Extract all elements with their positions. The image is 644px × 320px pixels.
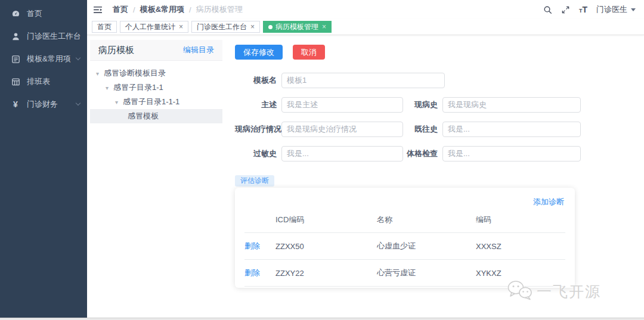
form-actions: 保存修改 取消 <box>235 45 644 60</box>
tab-template-management[interactable]: 病历模板管理 × <box>263 21 332 33</box>
sidebar-item-doctor-workbench[interactable]: 门诊医生工作台 <box>0 25 87 48</box>
template-tree: ▾ 感冒诊断模板目录 ▾ 感冒子目录1-1 ▾ 感冒子目录1-1-1 感冒模板 <box>90 61 222 123</box>
yuan-icon: ¥ <box>11 100 20 109</box>
present-illness-input[interactable] <box>442 97 581 113</box>
form-row: 主述 现病史 <box>235 97 644 113</box>
tree-node[interactable]: ▾ 感冒诊断模板目录 <box>90 66 222 80</box>
diagnosis-table: ICD编码 名称 编码 删除 ZZXX50 心虚血少证 XXXSZ <box>244 210 565 287</box>
sidebar-item-label: 模板&常用项 <box>27 54 71 64</box>
breadcrumb-templates[interactable]: 模板&常用项 <box>140 4 184 15</box>
delete-link[interactable]: 删除 <box>244 241 260 250</box>
tab-label: 个人工作量统计 <box>125 22 175 32</box>
tags-bar: 首页 个人工作量统计 × 门诊医生工作台 × 病历模板管理 × <box>87 19 644 35</box>
allergy-history-label: 过敏史 <box>235 148 277 159</box>
cancel-button[interactable]: 取消 <box>293 45 325 60</box>
cell-name: 心虚血少证 <box>377 233 476 260</box>
schedule-table-icon <box>11 77 20 86</box>
tab-label: 门诊医生工作台 <box>197 22 247 32</box>
main-area: 首页 / 模板&常用项 / 病历模板管理 TT 门诊医生 <box>87 0 644 320</box>
sidebar-item-home[interactable]: 首页 <box>0 2 87 25</box>
sidebar: 首页 门诊医生工作台 模板&常用项 排班表 ¥ 门诊财务 <box>0 0 87 320</box>
delete-link[interactable]: 删除 <box>244 268 260 277</box>
tree-panel-header: 病历模板 编辑目录 <box>90 40 222 61</box>
topbar: 首页 / 模板&常用项 / 病历模板管理 TT 门诊医生 <box>87 0 644 19</box>
column-code: 编码 <box>476 210 565 233</box>
tree-node-label: 感冒模板 <box>128 111 159 122</box>
chevron-down-icon <box>76 55 80 60</box>
table-header-row: ICD编码 名称 编码 <box>244 210 565 233</box>
tree-caret-icon[interactable]: ▾ <box>115 99 120 105</box>
sidebar-item-schedule[interactable]: 排班表 <box>0 70 87 93</box>
add-link-row: 添加诊断 <box>244 196 565 207</box>
caret-down-icon <box>631 8 636 11</box>
tree-node[interactable]: ▾ 感冒子目录1-1-1 <box>90 95 222 109</box>
cell-icd: ZZXY22 <box>275 260 377 287</box>
tab-label: 病历模板管理 <box>275 22 318 32</box>
close-icon[interactable]: × <box>322 23 326 30</box>
cell-name: 心营亏虚证 <box>377 260 476 287</box>
fullscreen-icon[interactable] <box>561 5 570 14</box>
user-dropdown[interactable]: 门诊医生 <box>596 4 636 15</box>
breadcrumb: 首页 / 模板&常用项 / 病历模板管理 <box>113 4 243 15</box>
user-icon <box>11 32 20 41</box>
tab-personal-workload[interactable]: 个人工作量统计 × <box>120 21 188 33</box>
active-dot <box>268 25 273 29</box>
template-name-label: 模板名 <box>235 75 277 86</box>
sidebar-item-templates[interactable]: 模板&常用项 <box>0 48 87 70</box>
present-illness-label: 现病史 <box>404 100 438 110</box>
horizontal-scrollbar[interactable] <box>0 318 644 320</box>
sidebar-item-finance[interactable]: ¥ 门诊财务 <box>0 93 87 116</box>
user-name: 门诊医生 <box>596 4 627 15</box>
sidebar-item-label: 门诊财务 <box>27 99 58 110</box>
edit-directory-link[interactable]: 编辑目录 <box>183 45 214 55</box>
treatment-status-input[interactable] <box>281 122 403 137</box>
breadcrumb-home[interactable]: 首页 <box>113 4 128 15</box>
template-form: 保存修改 取消 模板名 主述 现病史 现病治疗情况 既往史 <box>235 35 644 288</box>
app-window: 首页 门诊医生工作台 模板&常用项 排班表 ¥ 门诊财务 <box>0 0 644 320</box>
content: 病历模板 编辑目录 ▾ 感冒诊断模板目录 ▾ 感冒子目录1-1 ▾ 感冒子目录1… <box>87 35 644 318</box>
tree-node-label: 感冒子目录1-1-1 <box>123 97 179 107</box>
tab-doctor-workbench[interactable]: 门诊医生工作台 × <box>191 21 260 33</box>
cell-icd: ZZXX50 <box>275 233 377 260</box>
tree-caret-icon[interactable]: ▾ <box>96 70 101 77</box>
tree-caret-icon[interactable]: ▾ <box>106 85 110 91</box>
close-icon[interactable]: × <box>179 23 183 30</box>
column-icd-code: ICD编码 <box>275 210 377 233</box>
tab-label: 首页 <box>97 22 112 32</box>
dashboard-icon <box>11 9 20 18</box>
font-size-icon[interactable]: TT <box>579 5 587 14</box>
collapse-sidebar-icon[interactable] <box>93 5 103 14</box>
form-row: 现病治疗情况 既往史 <box>235 122 644 137</box>
sidebar-item-label: 门诊医生工作台 <box>27 31 81 42</box>
template-name-input[interactable] <box>281 73 445 88</box>
add-diagnosis-link[interactable]: 添加诊断 <box>533 197 564 206</box>
watermark: 一飞开源 <box>507 279 601 303</box>
tab-assessment-diagnosis[interactable]: 评估诊断 <box>235 175 274 187</box>
column-name: 名称 <box>377 210 476 233</box>
tree-node-label: 感冒子目录1-1 <box>113 82 163 93</box>
table-row: 删除 ZZXX50 心虚血少证 XXXSZ <box>244 233 565 260</box>
breadcrumb-separator: / <box>133 5 135 14</box>
past-history-input[interactable] <box>442 122 581 137</box>
close-icon[interactable]: × <box>250 23 255 30</box>
save-button[interactable]: 保存修改 <box>235 45 283 60</box>
past-history-label: 既往史 <box>404 124 438 135</box>
tree-node[interactable]: ▾ 感冒子目录1-1 <box>90 80 222 95</box>
tab-home[interactable]: 首页 <box>92 21 117 33</box>
tree-node-label: 感冒诊断模板目录 <box>104 68 166 79</box>
physical-exam-label: 体格检查 <box>404 148 438 159</box>
search-icon[interactable] <box>543 5 552 14</box>
chief-complaint-input[interactable] <box>281 97 403 113</box>
tree-node-selected[interactable]: 感冒模板 <box>90 109 222 123</box>
panel-title: 病历模板 <box>98 45 134 56</box>
column-action <box>244 210 275 233</box>
sidebar-item-label: 首页 <box>27 8 42 19</box>
template-list-icon <box>11 54 20 64</box>
form-row: 模板名 <box>235 73 644 88</box>
breadcrumb-separator: / <box>189 5 191 14</box>
breadcrumb-current: 病历模板管理 <box>196 4 243 15</box>
allergy-history-input[interactable] <box>281 146 403 161</box>
template-tree-panel: 病历模板 编辑目录 ▾ 感冒诊断模板目录 ▾ 感冒子目录1-1 ▾ 感冒子目录1… <box>90 40 222 123</box>
sidebar-item-label: 排班表 <box>27 76 50 87</box>
physical-exam-input[interactable] <box>442 146 581 161</box>
